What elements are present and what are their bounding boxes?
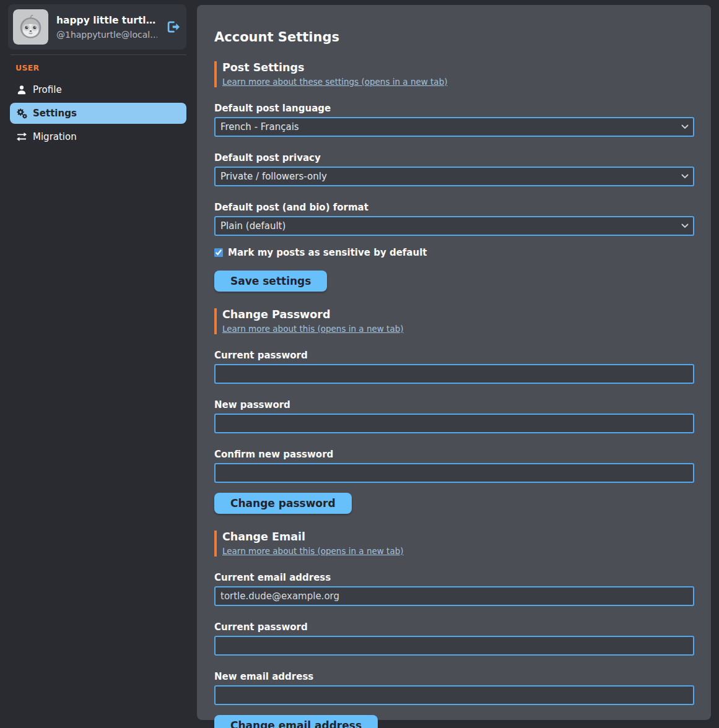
user-handle: @1happyturtle@local… [56, 30, 157, 40]
sensitive-by-default-label: Mark my posts as sensitive by default [228, 247, 427, 258]
sidebar: happy little turtl… @1happyturtle@local…… [0, 0, 197, 728]
sidebar-item-profile[interactable]: Profile [10, 79, 186, 100]
sloth-avatar [13, 9, 48, 45]
field-label: Default post privacy [214, 152, 694, 163]
account-settings-panel: Account Settings Post Settings Learn mor… [197, 5, 711, 720]
sidebar-nav: Profile [0, 79, 197, 147]
sidebar-item-label: Migration [33, 131, 77, 142]
default-post-privacy-select[interactable]: Private / followers-only [214, 167, 694, 186]
default-post-format-select[interactable]: Plain (default) [214, 216, 694, 236]
field-label: New password [214, 399, 694, 410]
field-label: Confirm new password [214, 449, 694, 460]
new-password-input[interactable] [214, 414, 694, 433]
field-label: Default post (and bio) format [214, 202, 694, 213]
default-post-privacy-field: Default post privacy Private / followers… [214, 152, 694, 186]
change-password-learn-more-link[interactable]: Learn more about this (opens in a new ta… [222, 324, 404, 334]
change-email-section-header: Change Email Learn more about this (open… [214, 531, 694, 557]
gears-icon [16, 108, 27, 119]
change-password-heading: Change Password [222, 308, 694, 321]
post-settings-learn-more-link[interactable]: Learn more about these settings (opens i… [222, 77, 447, 87]
email-current-password-input[interactable] [214, 636, 694, 656]
field-label: Default post language [214, 103, 694, 114]
user-card[interactable]: happy little turtl… @1happyturtle@local… [8, 4, 186, 50]
change-email-heading: Change Email [222, 531, 694, 543]
sidebar-item-label: Settings [33, 108, 77, 119]
confirm-new-password-input[interactable] [214, 463, 694, 483]
confirm-new-password-field: Confirm new password [214, 449, 694, 483]
current-password-input[interactable] [214, 364, 694, 384]
logout-button[interactable] [165, 20, 181, 35]
new-email-input[interactable] [214, 685, 694, 705]
page-title: Account Settings [214, 30, 694, 45]
sidebar-divider [11, 54, 186, 55]
field-label: Current password [214, 350, 694, 361]
email-current-password-field: Current password [214, 622, 694, 656]
field-label: Current email address [214, 572, 694, 583]
change-password-button[interactable]: Change password [214, 493, 352, 514]
current-email-input[interactable] [214, 586, 694, 606]
sidebar-section-label: USER [15, 63, 197, 72]
new-email-field: New email address [214, 671, 694, 705]
user-info: happy little turtl… @1happyturtle@local… [56, 15, 157, 40]
save-settings-button[interactable]: Save settings [214, 271, 327, 292]
sensitive-by-default-row: Mark my posts as sensitive by default [214, 247, 694, 258]
field-label: Current password [214, 622, 694, 633]
post-settings-section-header: Post Settings Learn more about these set… [214, 61, 694, 87]
current-email-field: Current email address [214, 572, 694, 606]
change-password-section-header: Change Password Learn more about this (o… [214, 308, 694, 334]
sidebar-item-settings[interactable]: Settings [10, 103, 186, 124]
default-post-format-field: Default post (and bio) format Plain (def… [214, 202, 694, 236]
post-settings-heading: Post Settings [222, 61, 694, 74]
sensitive-by-default-checkbox[interactable] [214, 248, 223, 257]
exchange-arrows-icon [16, 131, 27, 142]
user-icon [16, 84, 27, 95]
sign-out-icon [167, 20, 181, 33]
sidebar-item-migration[interactable]: Migration [10, 126, 186, 147]
current-password-field: Current password [214, 350, 694, 384]
sidebar-item-label: Profile [33, 84, 62, 95]
new-password-field: New password [214, 399, 694, 433]
change-email-address-button[interactable]: Change email address [214, 715, 378, 728]
default-post-language-select[interactable]: French - Français [214, 117, 694, 137]
user-display-name: happy little turtl… [56, 15, 157, 26]
default-post-language-field: Default post language French - Français [214, 103, 694, 137]
change-email-learn-more-link[interactable]: Learn more about this (opens in a new ta… [222, 546, 404, 556]
field-label: New email address [214, 671, 694, 682]
